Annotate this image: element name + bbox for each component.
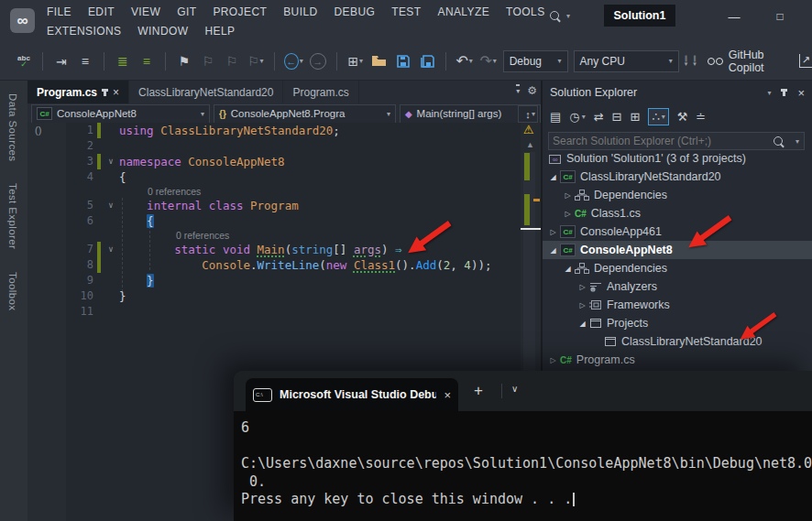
chevron-down-icon[interactable]: ▾ [796, 137, 799, 146]
editor-tab-program-cs-2[interactable]: Program.cs [283, 81, 358, 103]
project-dropdown[interactable]: C# ConsoleAppNet8 ▾ [31, 104, 210, 124]
tree-item-class1-cs[interactable]: ▷C#Class1.cs [543, 204, 812, 223]
pin-icon[interactable] [783, 89, 785, 96]
save-icon [397, 55, 410, 68]
show-all-files-button[interactable]: ∴▾ [648, 108, 668, 125]
properties-button[interactable]: ⊞ [630, 110, 640, 124]
scroll-up-icon[interactable]: ▲ [526, 140, 534, 149]
clear-bookmarks-button[interactable]: ⚐▾ [247, 50, 265, 72]
editor-tab-program-cs-0[interactable]: Program.cs× [27, 81, 129, 103]
menu-project[interactable]: PROJECT [204, 5, 275, 18]
undo-button[interactable]: ↶▾ [455, 50, 474, 72]
format-document-button[interactable]: ≣ [114, 50, 132, 72]
expander-closed-icon[interactable]: ▷ [561, 210, 575, 218]
expander-closed-icon[interactable]: ▷ [546, 228, 560, 236]
fold-arrow-icon[interactable]: ∨ [104, 198, 117, 213]
github-copilot-button[interactable]: GitHub Copilot ↗ [708, 49, 812, 74]
solution-platform-dropdown[interactable]: Any CPU▾ [574, 50, 679, 72]
expander-closed-icon[interactable]: ▷ [576, 301, 589, 309]
gear-icon[interactable]: ⚙ [527, 84, 537, 97]
split-editor-button[interactable]: ↕ [518, 105, 538, 123]
search-input[interactable] [549, 135, 774, 147]
fold-arrow-icon[interactable]: ∨ [104, 154, 117, 169]
codelens-references[interactable]: 0 references [119, 229, 521, 242]
toolbar-overflow-button[interactable]: ∥▾ [685, 56, 688, 67]
menu-help[interactable]: HELP [196, 25, 243, 38]
solution-explorer-header[interactable]: Solution Explorer ▾ × [543, 81, 812, 104]
editor-tab-classlibrarynetstandard20-1[interactable]: ClassLibraryNetStandard20 [129, 81, 283, 103]
code-token [119, 199, 147, 212]
tree-item-dependencies[interactable]: ◢Dependencies [543, 259, 812, 277]
expander-closed-icon[interactable]: ▷ [546, 356, 560, 364]
maximize-button[interactable]: □ [766, 5, 794, 27]
menu-view[interactable]: VIEW [123, 5, 169, 18]
collapse-all-button[interactable]: ⊟ [612, 110, 622, 124]
new-project-item-button[interactable]: ⊞▾ [346, 50, 365, 72]
tab-menu-button[interactable]: ∨ [511, 384, 518, 394]
menu-test[interactable]: TEST [383, 5, 429, 18]
sync-with-active-document-button[interactable]: ⇄ [594, 110, 604, 124]
new-tab-button[interactable]: + [474, 382, 483, 400]
standard-toolbar: abc✓ ⇥ ≡ ≣ ≡ ⚑ ⚐ ⚐ ⚐▾ ←▾ → ⊞▾ ↶▾ ↷▾ Debu… [0, 42, 812, 81]
side-tab-test-explorer[interactable]: Test Explorer [7, 170, 18, 258]
redo-button[interactable]: ↷▾ [479, 50, 498, 72]
tree-item-classlibrarynetstandard20[interactable]: ◢C#ClassLibraryNetStandard20 [543, 168, 812, 186]
tree-item-program-cs[interactable]: ▷C#Program.cs [543, 351, 812, 369]
side-tab-data-sources[interactable]: Data Sources [7, 81, 18, 170]
save-button[interactable] [394, 50, 412, 72]
open-file-button[interactable] [370, 50, 389, 72]
format-document-icon: ≣ [117, 54, 128, 69]
solution-explorer-search[interactable]: ▾ [548, 132, 805, 150]
menu-file[interactable]: FILE [38, 5, 80, 18]
menu-analyze[interactable]: ANALYZE [430, 5, 499, 18]
close-icon[interactable]: × [797, 86, 805, 100]
next-bookmark-button[interactable]: ⚐ [223, 50, 241, 72]
active-files-dropdown-icon[interactable]: ▾ [516, 84, 520, 97]
pin-icon[interactable] [104, 89, 106, 96]
menu-debug[interactable]: DEBUG [326, 5, 384, 18]
previous-bookmark-button[interactable]: ⚐ [199, 50, 217, 72]
text-cursor-icon: ⇥ [56, 54, 67, 69]
navigate-cursor-button[interactable]: ⇥ [52, 50, 71, 72]
close-icon[interactable]: × [113, 86, 119, 99]
close-icon[interactable]: × [444, 388, 451, 402]
format-selection-button[interactable]: ≡ [137, 50, 156, 72]
menu-edit[interactable]: EDIT [80, 5, 123, 18]
expander-closed-icon[interactable]: ▷ [576, 283, 589, 291]
quick-search-button[interactable]: ▾ [544, 5, 596, 26]
type-dropdown[interactable]: {} ConsoleAppNet8.Progra ▾ [214, 104, 396, 124]
pending-changes-filter-button[interactable]: ◷▾ [569, 110, 585, 124]
edit-project-file-button[interactable]: ⚒ [677, 110, 688, 124]
switch-views-button[interactable]: ▤ [550, 110, 561, 124]
tree-item-solution-solution1-3-of-3-projects-[interactable]: ∞Solution 'Solution1' (3 of 3 projects) [543, 149, 812, 168]
save-all-button[interactable] [418, 50, 436, 72]
expander-open-icon[interactable]: ◢ [546, 173, 560, 181]
new-editorconfig-button[interactable]: ≐ [696, 110, 706, 124]
side-tab-toolbox[interactable]: Toolbox [7, 259, 18, 320]
code-token [119, 214, 147, 228]
window-position-icon[interactable]: ▾ [767, 89, 771, 97]
menu-git[interactable]: GIT [169, 5, 204, 18]
navigate-forward-button[interactable]: → [309, 50, 327, 72]
minimize-button[interactable]: — [720, 5, 748, 27]
menu-extensions[interactable]: EXTENSIONS [38, 25, 129, 38]
expander-open-icon[interactable]: ◢ [576, 320, 589, 328]
fold-arrow-icon[interactable]: ∨ [104, 242, 117, 257]
navigate-back-button[interactable]: ←▾ [284, 50, 303, 72]
tree-item-dependencies[interactable]: ▷Dependencies [543, 186, 812, 204]
spell-check-button[interactable]: abc✓ [15, 50, 33, 72]
terminal-tab[interactable]: C:\ Microsoft Visual Studio Debug × [246, 378, 458, 411]
menu-build[interactable]: BUILD [275, 5, 325, 18]
codelens-references[interactable]: 0 references [119, 185, 521, 198]
expander-closed-icon[interactable]: ▷ [561, 191, 575, 200]
indent-guides-button[interactable]: ≡ [76, 50, 94, 72]
menu-window[interactable]: WINDOW [129, 25, 196, 38]
tree-item-analyzers[interactable]: ▷iAnalyzers [543, 277, 812, 296]
expander-open-icon[interactable]: ◢ [561, 265, 575, 273]
expander-open-icon[interactable]: ◢ [546, 246, 560, 255]
toggle-bookmark-button[interactable]: ⚑ [175, 50, 193, 72]
tree-item-consoleapp461[interactable]: ▷C#ConsoleApp461 [543, 223, 812, 241]
toolbar-overflow-button-2[interactable]: ∥▾ [693, 56, 697, 67]
solution-configuration-dropdown[interactable]: Debug▾ [503, 50, 568, 72]
tree-item-consoleappnet8[interactable]: ◢C#ConsoleAppNet8 [543, 241, 812, 259]
